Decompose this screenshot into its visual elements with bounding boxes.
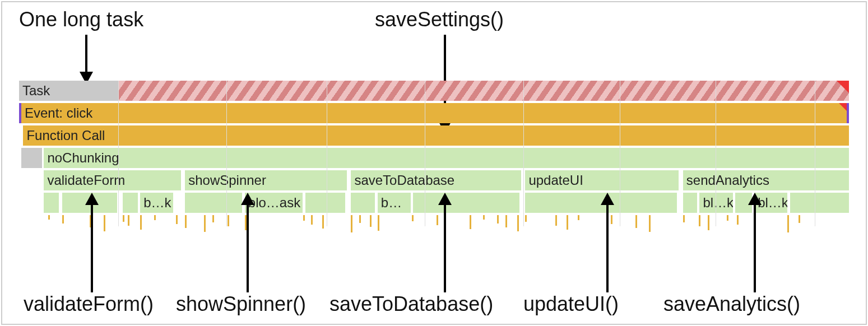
annotation-save-to-database: saveToDatabase() bbox=[329, 292, 493, 316]
bar-label: updateUI bbox=[528, 173, 583, 188]
bar-label: b…k bbox=[143, 195, 171, 211]
tick bbox=[787, 215, 789, 232]
bar-leaf bbox=[790, 193, 849, 213]
annotation-show-spinner: showSpinner() bbox=[176, 292, 306, 316]
ticks-strip bbox=[19, 215, 849, 237]
tick bbox=[90, 215, 91, 227]
tick bbox=[62, 215, 64, 223]
flame-chart: Task Event: click Function Call noChunki… bbox=[19, 81, 849, 237]
bar-leaf bbox=[413, 193, 519, 213]
bar-gray-prefix bbox=[21, 148, 42, 168]
warning-triangle-icon bbox=[837, 81, 849, 93]
tick bbox=[470, 215, 471, 229]
diagram-frame: One long task saveSettings() Task Event:… bbox=[1, 1, 867, 325]
tick bbox=[212, 215, 214, 222]
bar-label: bl…k bbox=[703, 195, 732, 211]
row-children: validateForm showSpinner saveToDatabase … bbox=[19, 170, 849, 190]
tick bbox=[649, 215, 651, 232]
tick bbox=[123, 215, 124, 222]
tick bbox=[228, 215, 229, 226]
tick bbox=[497, 215, 499, 223]
bar-label: noChunking bbox=[47, 150, 119, 166]
row-function-call: Function Call bbox=[19, 125, 849, 146]
row-leaves: b…k blo…ask b… bl…k bl…k bbox=[19, 193, 849, 213]
tick bbox=[140, 215, 142, 230]
bar-label: Function Call bbox=[26, 128, 105, 143]
bar-leaf bbox=[525, 193, 677, 213]
tick bbox=[699, 215, 700, 226]
tick bbox=[370, 215, 372, 227]
bar-label: b… bbox=[381, 195, 402, 211]
tick bbox=[204, 215, 206, 232]
bar-label: blo…ask bbox=[248, 195, 300, 211]
bar-label: Event: click bbox=[25, 105, 92, 121]
tick bbox=[754, 215, 756, 229]
bar-no-chunking: noChunking bbox=[44, 148, 849, 168]
bar-function-call: Function Call bbox=[23, 125, 849, 146]
bar-leaf bbox=[62, 193, 117, 213]
tick bbox=[185, 215, 187, 228]
tick bbox=[635, 215, 637, 228]
warning-triangle-icon bbox=[839, 103, 847, 111]
bar-leaf: bl…k bbox=[699, 193, 732, 213]
bar-leaf bbox=[44, 193, 59, 213]
bar-label: bl…k bbox=[758, 195, 787, 211]
tick bbox=[799, 215, 800, 223]
bar-leaf bbox=[305, 193, 345, 213]
tick bbox=[412, 215, 414, 221]
tick bbox=[683, 215, 685, 222]
tick bbox=[567, 215, 568, 230]
tick bbox=[483, 215, 485, 220]
bar-leaf bbox=[351, 193, 375, 213]
bar-show-spinner: showSpinner bbox=[185, 170, 347, 190]
tick bbox=[48, 215, 50, 220]
tick bbox=[505, 215, 507, 227]
annotation-validate-form: validateForm() bbox=[24, 292, 154, 316]
tick bbox=[555, 215, 557, 226]
bar-leaf bbox=[123, 193, 138, 213]
bar-leaf bbox=[185, 193, 242, 213]
tick bbox=[578, 215, 579, 220]
bar-update-ui: updateUI bbox=[525, 170, 679, 190]
bar-leaf: bl…k bbox=[754, 193, 787, 213]
bar-validate-form: validateForm bbox=[44, 170, 180, 190]
row-no-chunking: noChunking bbox=[19, 148, 849, 168]
tick bbox=[322, 215, 324, 229]
bar-event-click: Event: click bbox=[19, 103, 849, 123]
bar-label: saveToDatabase bbox=[354, 173, 454, 188]
tick bbox=[708, 215, 709, 230]
bar-leaf: b… bbox=[378, 193, 411, 213]
tick bbox=[154, 215, 156, 220]
bar-leaf bbox=[683, 193, 697, 213]
arrow-down-icon bbox=[69, 35, 103, 85]
bar-leaf: b…k bbox=[140, 193, 173, 213]
annotation-one-long-task: One long task bbox=[19, 8, 143, 31]
bar-task-gray: Task bbox=[19, 81, 119, 101]
tick bbox=[245, 215, 247, 230]
tick bbox=[525, 215, 527, 222]
tick bbox=[737, 215, 739, 225]
bar-label: validateForm bbox=[47, 173, 125, 188]
tick bbox=[517, 215, 519, 231]
tick bbox=[303, 215, 305, 221]
tick bbox=[727, 215, 728, 221]
tick bbox=[437, 215, 438, 225]
row-event-click: Event: click bbox=[19, 103, 849, 123]
tick bbox=[611, 215, 612, 224]
bar-task-striped bbox=[119, 81, 849, 101]
bar-label: Task bbox=[22, 83, 50, 99]
annotation-update-ui: updateUI() bbox=[523, 292, 619, 316]
row-task: Task bbox=[19, 81, 849, 101]
tick bbox=[104, 215, 105, 231]
annotation-save-analytics: saveAnalytics() bbox=[663, 292, 800, 316]
tick bbox=[128, 215, 129, 226]
tick bbox=[378, 215, 379, 231]
bar-leaf bbox=[735, 193, 752, 213]
bar-label: sendAnalytics bbox=[686, 173, 769, 188]
tick bbox=[311, 215, 313, 225]
bar-send-analytics: sendAnalytics bbox=[683, 170, 849, 190]
tick bbox=[176, 215, 178, 224]
bar-save-to-database: saveToDatabase bbox=[351, 170, 521, 190]
bar-label: showSpinner bbox=[188, 173, 266, 188]
annotation-save-settings: saveSettings() bbox=[375, 8, 504, 31]
